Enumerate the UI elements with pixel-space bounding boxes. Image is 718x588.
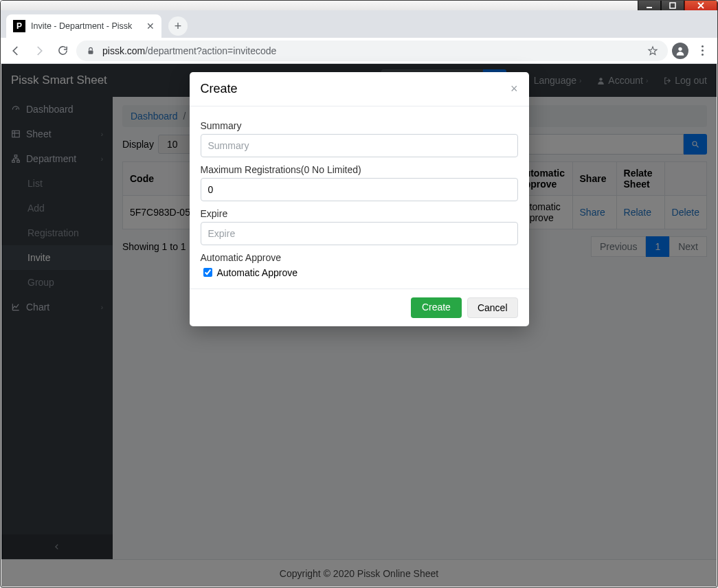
- auto-approve-label: Automatic Approve: [201, 252, 518, 263]
- tab-favicon: P: [13, 20, 25, 32]
- browser-tab[interactable]: P Invite - Department - Pissk ✕: [6, 14, 161, 38]
- new-tab-button[interactable]: +: [168, 16, 188, 36]
- back-button[interactable]: [6, 41, 25, 60]
- create-modal: Create × Summary Maximum Registrations(0…: [190, 72, 529, 326]
- svg-rect-2: [89, 50, 93, 54]
- summary-input[interactable]: [201, 134, 518, 157]
- os-window: P Invite - Department - Pissk ✕ + pissk.…: [0, 0, 718, 588]
- svg-rect-0: [647, 7, 652, 8]
- summary-label: Summary: [201, 120, 518, 131]
- modal-create-button[interactable]: Create: [411, 297, 462, 318]
- modal-cancel-button[interactable]: Cancel: [467, 297, 518, 318]
- browser-toolbar: pissk.com/department?action=invitecode: [1, 38, 717, 64]
- maxreg-input[interactable]: [201, 178, 518, 201]
- auto-approve-checkbox[interactable]: [203, 268, 212, 277]
- modal-title: Create: [201, 82, 238, 96]
- profile-avatar-icon[interactable]: [672, 43, 688, 59]
- svg-point-3: [678, 47, 682, 50]
- address-bar[interactable]: pissk.com/department?action=invitecode: [76, 41, 668, 61]
- forward-button[interactable]: [30, 41, 49, 60]
- expire-input[interactable]: [201, 222, 518, 245]
- tab-close-icon[interactable]: ✕: [146, 21, 155, 32]
- browser-menu-button[interactable]: [693, 45, 712, 56]
- expire-label: Expire: [201, 208, 518, 219]
- bookmark-star-icon[interactable]: [647, 45, 658, 56]
- os-titlebar: [1, 1, 717, 10]
- auto-approve-checkbox-label: Automatic Approve: [217, 267, 298, 278]
- reload-button[interactable]: [53, 41, 72, 60]
- tab-title: Invite - Department - Pissk: [31, 21, 132, 31]
- maxreg-label: Maximum Registrations(0 No Limited): [201, 164, 518, 175]
- address-url: pissk.com/department?action=invitecode: [102, 45, 276, 56]
- browser-tabbar: P Invite - Department - Pissk ✕ +: [1, 10, 717, 38]
- svg-rect-1: [670, 3, 675, 8]
- modal-close-button[interactable]: ×: [511, 82, 518, 96]
- lock-icon: [86, 46, 96, 56]
